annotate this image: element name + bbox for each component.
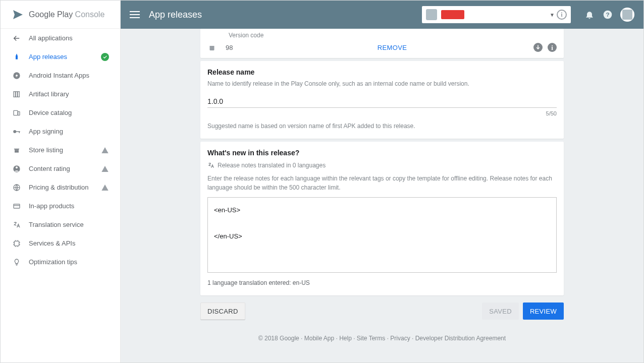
nav-device-catalog[interactable]: Device catalog [1, 103, 120, 122]
key-icon [12, 127, 22, 136]
whats-new-card: What's new in this release? Release note… [200, 142, 564, 295]
play-logo-icon [12, 9, 24, 21]
apk-row: 98 REMOVE i [207, 43, 557, 52]
content-rating-icon [12, 165, 22, 173]
nav-label: Pricing & distribution [29, 184, 89, 191]
svg-point-19 [213, 45, 214, 46]
android-icon [207, 43, 226, 52]
nav-app-releases[interactable]: App releases [1, 47, 120, 66]
dropdown-caret-icon[interactable]: ▼ [548, 12, 557, 18]
footer-link[interactable]: Privacy [390, 335, 410, 342]
credit-card-icon [12, 202, 22, 210]
nav-translation-service[interactable]: Translation service [1, 215, 120, 234]
version-code-value: 98 [226, 44, 251, 51]
footer-link[interactable]: Site Terms [357, 335, 385, 342]
svg-rect-3 [16, 91, 17, 97]
nav-optimization-tips[interactable]: Optimization tips [1, 253, 120, 271]
app-name-redacted [441, 10, 464, 19]
status-ok-icon [101, 53, 109, 61]
app-selector[interactable]: ▼ i [422, 6, 571, 23]
svg-text:?: ? [606, 11, 609, 18]
info-icon[interactable]: i [557, 10, 567, 20]
release-name-input[interactable] [207, 93, 557, 108]
apk-card: Version code 98 REMOVE i [200, 29, 564, 58]
footer-link[interactable]: Mobile App [304, 335, 334, 342]
avatar-icon [622, 10, 632, 20]
nav-artifact-library[interactable]: Artifact library [1, 85, 120, 103]
store-icon [12, 146, 22, 154]
arrow-back-icon [12, 34, 22, 43]
svg-rect-15 [14, 241, 19, 246]
svg-rect-2 [14, 91, 15, 97]
release-name-sub: Name to identify release in the Play Con… [207, 80, 557, 87]
apk-info-icon[interactable]: i [548, 43, 557, 52]
notifications-icon[interactable] [584, 9, 595, 20]
release-notes-textarea[interactable] [207, 197, 557, 273]
topbar: App releases ▼ i ? [121, 1, 643, 29]
app-thumbnail-icon [426, 9, 437, 20]
releases-icon [12, 53, 22, 61]
version-code-label: Version code [207, 30, 557, 43]
play-console-logo: Google Play Console [1, 1, 120, 29]
release-name-hint: Suggested name is based on version name … [207, 123, 557, 130]
play-console-wordmark: Google Play Console [29, 10, 104, 19]
account-avatar[interactable] [620, 8, 634, 22]
footer-link[interactable]: Developer Distribution Agreement [415, 335, 506, 342]
nav-label: Artifact library [29, 90, 69, 98]
devices-icon [12, 109, 22, 117]
nav-in-app-products[interactable]: In-app products [1, 197, 120, 215]
release-name-card: Release name Name to identify release in… [200, 61, 564, 139]
nav-label: Content rating [29, 165, 70, 172]
nav-pricing-distribution[interactable]: Pricing & distribution [1, 178, 120, 197]
menu-icon[interactable] [130, 11, 140, 18]
footer-copyright: © 2018 Google [258, 335, 299, 342]
lightbulb-icon [12, 258, 22, 266]
review-button[interactable]: REVIEW [523, 302, 564, 320]
nav-content-rating[interactable]: Content rating [1, 159, 120, 178]
nav-label: All applications [29, 34, 73, 42]
nav-all-applications[interactable]: All applications [1, 29, 120, 47]
svg-rect-4 [18, 91, 19, 97]
discard-button[interactable]: DISCARD [200, 302, 245, 320]
whats-new-heading: What's new in this release? [207, 149, 557, 157]
globe-icon [12, 184, 22, 192]
remove-apk-button[interactable]: REMOVE [378, 44, 407, 51]
saved-button: SAVED [482, 302, 519, 320]
release-name-heading: Release name [207, 68, 557, 76]
warning-icon [101, 184, 109, 192]
footer-link[interactable]: Help [339, 335, 352, 342]
svg-rect-9 [19, 131, 20, 133]
translated-count: Release notes translated in 0 languages [218, 162, 326, 169]
translate-icon [207, 162, 214, 169]
nav-label: App signing [29, 128, 63, 135]
nav-label: In-app products [29, 202, 74, 210]
svg-point-18 [210, 45, 211, 46]
svg-rect-10 [15, 150, 19, 152]
nav-label: Device catalog [29, 109, 72, 116]
nav-label: Store listing [29, 146, 63, 154]
release-name-char-count: 5/50 [207, 110, 557, 116]
nav-label: Optimization tips [29, 258, 77, 266]
warning-icon [101, 146, 109, 154]
svg-rect-14 [14, 204, 20, 208]
translate-icon [12, 221, 22, 229]
svg-rect-6 [18, 111, 20, 115]
svg-point-12 [16, 166, 18, 168]
sidebar: Google Play Console All applications App… [1, 1, 121, 362]
nav-label: Services & APIs [29, 239, 75, 247]
library-icon [12, 90, 22, 98]
expand-icon[interactable] [533, 43, 543, 52]
bolt-icon [12, 72, 22, 80]
svg-rect-5 [14, 110, 18, 115]
help-icon[interactable]: ? [602, 9, 613, 20]
warning-icon [101, 165, 109, 173]
page-title: App releases [149, 10, 202, 20]
nav-label: Android Instant Apps [29, 72, 89, 79]
action-button-row: DISCARD SAVED REVIEW [200, 302, 564, 320]
nav-app-signing[interactable]: App signing [1, 122, 120, 141]
nav-instant-apps[interactable]: Android Instant Apps [1, 66, 120, 85]
nav-label: App releases [29, 53, 67, 60]
nav-services-apis[interactable]: Services & APIs [1, 234, 120, 253]
footer: © 2018 Google · Mobile App · Help · Site… [200, 335, 564, 342]
nav-store-listing[interactable]: Store listing [1, 141, 120, 159]
